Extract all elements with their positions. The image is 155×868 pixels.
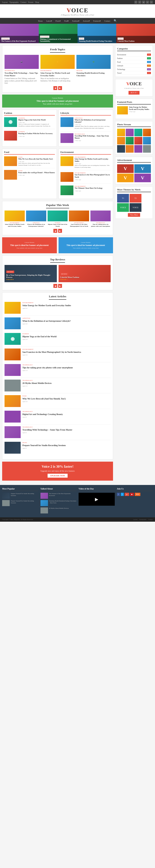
latest-item-1[interactable]: Environment Solar Energy for Mother Eart… — [4, 302, 111, 316]
footer-twitter[interactable]: t — [121, 493, 124, 496]
footer-talked-1[interactable]: The Features of the Best Ergonomic Keybo… — [40, 493, 77, 499]
hero-slide-2[interactable]: Environment Making a Commitment to Envir… — [39, 24, 77, 43]
nav-latest[interactable]: Latest▾ — [45, 19, 54, 23]
footer-rss[interactable]: RSS — [135, 493, 140, 496]
food-item-1[interactable]: Food Why We Love Broccoli (And You Shoul… — [4, 156, 55, 168]
popular-item-3[interactable]: Fashion Hipster Yoga at the End of the W… — [48, 211, 68, 227]
theme-2[interactable]: T2 — [129, 194, 142, 203]
cat-item-6[interactable]: Travel 9 — [117, 71, 151, 75]
ad-item-4[interactable]: V — [134, 174, 151, 182]
photo-6[interactable] — [126, 137, 134, 145]
fresh-item-2[interactable]: ☀️ Environment Solar Energy for Mother E… — [40, 55, 75, 85]
review-next[interactable]: ▶ — [58, 284, 62, 288]
latest-item-6[interactable]: Technology 20 Myths About Mobile Devices… — [4, 380, 111, 394]
cat-item-2[interactable]: Fashion 8 — [117, 57, 151, 60]
topbar-link-forum[interactable]: Forum — [28, 1, 33, 3]
fresh-item-3[interactable]: 🌿 Health Stunning Health Rendered Eating… — [76, 55, 111, 85]
photo-8[interactable] — [143, 137, 151, 145]
facebook-icon[interactable]: f — [134, 1, 137, 4]
photo-11[interactable] — [134, 145, 142, 153]
footer-popular-1[interactable]: Support Yourself for Studio Recording Se… — [2, 493, 38, 499]
topbar-link-layout[interactable]: Layout — [2, 1, 8, 3]
latest-item-7[interactable]: Food Why We Love Broccoli (And You Shoul… — [4, 395, 111, 409]
footer-link-contact[interactable]: Contact — [148, 519, 153, 520]
nav-features[interactable]: Features▾ — [91, 19, 103, 23]
footer-youtube[interactable]: ▶ — [130, 493, 134, 496]
rss-icon[interactable]: r — [150, 1, 153, 4]
nav-home[interactable]: Home — [36, 19, 45, 23]
googleplus-icon[interactable]: g — [142, 1, 145, 4]
footer-link-layout[interactable]: Layout — [133, 519, 138, 520]
lifestyle-item-1[interactable]: Lifestyle What Is the Definition of an E… — [61, 117, 111, 131]
topbar-link-contact[interactable]: Contact — [21, 1, 27, 3]
review-prev[interactable]: ◀ — [53, 284, 57, 288]
photo-10[interactable] — [126, 145, 134, 153]
cat-item-1[interactable]: Environment 12 — [117, 53, 151, 57]
env-item-2[interactable]: Environment San Francisco is the Most Ph… — [61, 172, 111, 184]
cat-item-4[interactable]: Lifestyle 6 — [117, 64, 151, 68]
nav-find[interactable]: Find▾ — [63, 19, 71, 23]
ad-item-1[interactable]: V — [117, 164, 134, 173]
popular-prev[interactable]: ◀ — [53, 229, 57, 233]
photo-5[interactable] — [117, 137, 125, 145]
nav-posts[interactable]: Posts▾ — [54, 19, 63, 23]
env-item-1[interactable]: Environment Solar Energy for Mother Eart… — [61, 156, 111, 170]
review-item-1[interactable]: REVIEW Be a True Entrepreneur, Adopting … — [4, 265, 57, 282]
topbar-link-shop[interactable]: Shop — [35, 1, 39, 3]
review-item-2[interactable]: REVIEW Colorful Mens Fashion ★★★★☆ — [59, 265, 111, 282]
carousel-prev[interactable]: ◀ — [53, 86, 57, 90]
lifestyle-item-2[interactable]: Technology Travelling With Technology – … — [61, 133, 111, 145]
topbar-link-typography[interactable]: Typography — [9, 1, 19, 3]
photo-9[interactable] — [117, 145, 125, 153]
ad-item-3[interactable]: V — [117, 174, 134, 182]
nav-contact[interactable]: Contact — [103, 19, 112, 23]
photo-2[interactable] — [126, 129, 134, 136]
footer-facebook[interactable]: f — [117, 493, 120, 496]
theme-3[interactable]: VOICE — [117, 203, 129, 212]
promo-btn[interactable]: UPGRADE NOW — [48, 474, 68, 477]
youtube-icon[interactable]: y — [146, 1, 149, 4]
fresh-item-1[interactable]: 📷 Technology Travelling With Technology … — [4, 55, 39, 85]
popular-item-2[interactable]: Lifestyle What is the Definition of an E… — [26, 211, 46, 227]
featured-post-1[interactable]: Solar Energy for Mother Earth and Everyd… — [117, 106, 151, 116]
site-logo[interactable]: VOICE — [0, 7, 155, 14]
photo-1[interactable] — [117, 129, 125, 136]
photo-12[interactable] — [143, 145, 151, 153]
voice-widget-btn[interactable]: BUY IT ! — [128, 91, 140, 95]
photo-7[interactable] — [134, 137, 142, 145]
photo-3[interactable] — [134, 129, 142, 136]
popular-next[interactable]: ▶ — [58, 229, 62, 233]
footer-talked-3[interactable]: 20 Myths About Mobile Devices — [40, 507, 77, 514]
view-more-themes-btn[interactable]: View More — [128, 213, 140, 217]
nav-search-icon[interactable]: 🔍 — [112, 18, 119, 24]
video-placeholder[interactable]: ▶ — [79, 493, 115, 506]
hero-slide-3[interactable]: Health Stunning Health Rendered Eating C… — [77, 24, 116, 43]
latest-item-2[interactable]: Lifestyle What Is the Definition of an E… — [4, 317, 111, 331]
hero-slide-4[interactable]: Fashion Colorful Mens Fashion — [116, 24, 155, 43]
popular-item-5[interactable]: Technology Tips for taking great city ph… — [90, 211, 111, 227]
twitter-icon[interactable]: t — [138, 1, 141, 4]
env-item-3[interactable]: Environment The Ultimate Cheat Sheet On … — [61, 185, 111, 197]
footer-googleplus[interactable]: g+ — [125, 493, 129, 496]
latest-item-10[interactable]: Music Prepare Yourself for Studio Record… — [4, 442, 111, 455]
ad-item-2[interactable]: V — [134, 164, 151, 173]
latest-item-8[interactable]: Technology Digital Art and Technology Cr… — [4, 411, 111, 425]
latest-item-4[interactable]: Environment San Francisco in the Most Ph… — [4, 348, 111, 362]
latest-item-5[interactable]: Technology Tips for taking great city ph… — [4, 364, 111, 378]
latest-item-9[interactable]: Technology Travelling With Technology – … — [4, 426, 111, 440]
fashion-item-2[interactable]: Fashion Roaring in Fashion With the Perf… — [4, 131, 55, 142]
nav-fashion[interactable]: Fashion▾ — [70, 19, 81, 23]
cat-item-5[interactable]: Technology 22 — [117, 68, 151, 71]
footer-popular-2[interactable]: Prepare Yourself for Studio Recording Se… — [2, 500, 38, 506]
hero-slide-1[interactable]: Technology The Features of the Best Ergo… — [0, 24, 39, 43]
food-item-2[interactable]: Food Pasta makes the world go Round – Wh… — [4, 170, 55, 181]
photo-4[interactable] — [143, 129, 151, 136]
theme-4[interactable]: VOICE — [129, 203, 142, 212]
carousel-next[interactable]: ▶ — [58, 86, 62, 90]
popular-item-1[interactable]: Environment Solar Energy fo Mother Earth… — [4, 211, 25, 227]
footer-talked-2[interactable]: Stunning Health Rendered Eating Chocolat… — [40, 500, 77, 506]
cat-item-3[interactable]: Food 15 — [117, 60, 151, 64]
fashion-item-1[interactable]: ▶ Fashion Hipster Yoga at the End of the… — [4, 117, 55, 129]
latest-item-3[interactable]: ▶ Fashion Hipster Yoga at the End of the… — [4, 333, 111, 347]
theme-1[interactable]: T1 — [117, 194, 129, 203]
